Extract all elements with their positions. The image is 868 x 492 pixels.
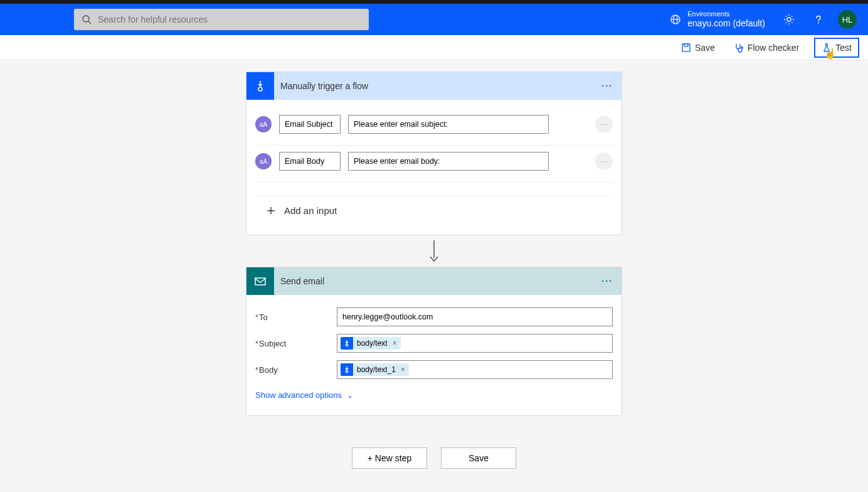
show-advanced-options[interactable]: Show advanced options ⌄ — [255, 390, 353, 400]
trigger-menu-button[interactable]: ··· — [601, 81, 613, 91]
trigger-title: Manually trigger a flow — [280, 81, 601, 91]
svg-rect-12 — [255, 278, 265, 285]
flow-canvas: Manually trigger a flow ··· aA Email Sub… — [0, 60, 868, 492]
input-prompt-field[interactable]: Please enter email subject: — [348, 115, 549, 134]
token-icon — [341, 363, 353, 376]
settings-icon[interactable] — [783, 13, 795, 26]
chevron-down-icon: ⌄ — [347, 391, 353, 400]
email-icon — [246, 267, 274, 295]
svg-point-5 — [787, 18, 791, 21]
svg-point-9 — [741, 46, 743, 48]
user-avatar[interactable]: HL — [838, 10, 857, 29]
svg-point-6 — [818, 23, 819, 24]
connector-arrow — [428, 239, 440, 263]
environment-selector[interactable]: Environments enayu.com (default) — [687, 10, 765, 29]
search-box[interactable] — [74, 9, 369, 30]
svg-line-1 — [88, 21, 91, 24]
body-field-row: *Body body/text_1 × — [255, 356, 613, 383]
flow-checker-button[interactable]: Flow checker — [730, 40, 803, 55]
test-button[interactable]: Test ☝️ — [814, 38, 859, 58]
trigger-header[interactable]: Manually trigger a flow ··· — [246, 72, 622, 100]
email-menu-button[interactable]: ··· — [601, 276, 613, 286]
stethoscope-icon — [734, 43, 744, 53]
beaker-icon — [822, 43, 832, 53]
new-step-button[interactable]: + New step — [352, 447, 427, 469]
token-icon — [341, 337, 353, 350]
input-name-field[interactable]: Email Body — [279, 152, 341, 171]
trigger-input-row: aA Email Subject Please enter email subj… — [255, 109, 613, 146]
search-input[interactable] — [98, 14, 361, 24]
dynamic-token: body/text_1 × — [341, 363, 409, 376]
input-row-menu[interactable]: ··· — [595, 152, 613, 170]
email-card: Send email ··· *To henry.legge@outlook.c… — [246, 267, 622, 416]
input-row-menu[interactable]: ··· — [595, 115, 613, 133]
app-header: Environments enayu.com (default) HL — [0, 4, 868, 35]
search-icon — [82, 14, 92, 24]
bottom-actions: + New step Save — [352, 447, 516, 469]
save-button[interactable]: Save — [677, 40, 719, 55]
editor-toolbar: Save Flow checker Test ☝️ — [0, 35, 868, 60]
svg-point-13 — [346, 344, 347, 346]
to-field-row: *To henry.legge@outlook.com — [255, 304, 613, 330]
body-input[interactable]: body/text_1 × — [337, 360, 613, 379]
text-type-badge: aA — [255, 153, 272, 169]
add-input-button[interactable]: ＋ Add an input — [255, 195, 613, 220]
text-type-badge: aA — [255, 116, 272, 132]
subject-field-row: *Subject body/text × — [255, 330, 613, 356]
save-flow-button[interactable]: Save — [441, 447, 516, 469]
test-label: Test — [835, 43, 852, 53]
flow-checker-label: Flow checker — [748, 43, 799, 53]
environment-icon — [670, 14, 681, 25]
svg-point-10 — [258, 87, 262, 91]
save-icon — [681, 43, 691, 53]
trigger-card: Manually trigger a flow ··· aA Email Sub… — [246, 72, 622, 235]
to-label: *To — [255, 313, 337, 322]
svg-point-14 — [346, 370, 347, 372]
token-remove[interactable]: × — [400, 365, 409, 374]
save-label: Save — [695, 43, 715, 53]
svg-rect-7 — [682, 44, 690, 51]
subject-input[interactable]: body/text × — [337, 334, 613, 353]
help-icon[interactable] — [813, 14, 824, 25]
dynamic-token: body/text × — [341, 337, 401, 350]
email-header[interactable]: Send email ··· — [246, 267, 622, 295]
environment-name: enayu.com (default) — [687, 18, 765, 29]
plus-icon: ＋ — [264, 201, 278, 220]
svg-point-0 — [83, 16, 89, 22]
to-input[interactable]: henry.legge@outlook.com — [337, 308, 613, 326]
subject-label: *Subject — [255, 339, 337, 348]
svg-rect-8 — [684, 44, 688, 46]
input-name-field[interactable]: Email Subject — [279, 115, 341, 134]
add-input-label: Add an input — [284, 205, 337, 216]
input-prompt-field[interactable]: Please enter email body: — [348, 152, 549, 171]
trigger-icon — [246, 72, 274, 100]
token-remove[interactable]: × — [391, 339, 401, 348]
environment-label: Environments — [687, 10, 765, 18]
body-label: *Body — [255, 365, 337, 375]
email-title: Send email — [280, 276, 601, 286]
trigger-input-row: aA Email Body Please enter email body: ·… — [255, 146, 613, 183]
